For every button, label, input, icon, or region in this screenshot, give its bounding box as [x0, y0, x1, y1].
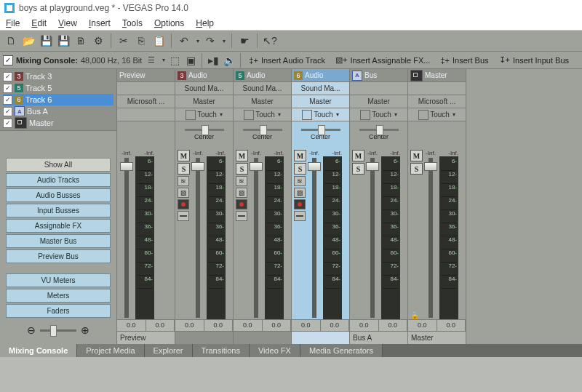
zoom-in-icon[interactable]: ⊕	[81, 324, 89, 336]
caret-icon[interactable]: ▾	[394, 111, 397, 118]
track-checkbox[interactable]	[3, 95, 12, 105]
route-cell[interactable]: Microsoft ...	[408, 95, 466, 108]
input-monitor-button[interactable]	[236, 211, 247, 221]
faders-button[interactable]: Faders	[6, 304, 111, 318]
fader-knob[interactable]	[191, 162, 204, 171]
zoom-thumb[interactable]	[50, 325, 57, 337]
preview-bus-button[interactable]: Preview Bus	[6, 249, 111, 263]
channel-header[interactable]: 6Audio	[292, 69, 349, 82]
channel-header[interactable]: 3Audio	[175, 69, 233, 82]
channel-header[interactable]: 5Audio	[234, 69, 291, 82]
phase-button[interactable]: ≋	[236, 176, 247, 186]
route-cell[interactable]: Microsoft ...	[117, 95, 175, 108]
pan-track[interactable]	[301, 129, 340, 131]
mute-button[interactable]: M	[178, 150, 190, 161]
redo-icon[interactable]: ↷	[204, 34, 217, 47]
fader-knob[interactable]	[250, 162, 263, 171]
fader-knob[interactable]	[424, 162, 437, 171]
route-cell[interactable]: Master	[234, 95, 291, 108]
mixing-console-checkbox[interactable]: ✓	[3, 55, 13, 65]
menu-file[interactable]: File	[0, 18, 25, 28]
menu-view[interactable]: View	[52, 18, 83, 28]
settings-icon[interactable]: ⚙	[92, 34, 105, 47]
route-cell[interactable]: Master	[292, 95, 349, 108]
track-list-row[interactable]: ABus A	[3, 105, 113, 117]
automation-mode[interactable]: Touch▾	[408, 108, 466, 121]
meters-button[interactable]: Meters	[6, 289, 111, 303]
menu-options[interactable]: Options	[148, 18, 190, 28]
tab-media-generators[interactable]: Media Generators	[300, 344, 383, 357]
open-icon[interactable]: 📂	[22, 34, 35, 47]
fx-button[interactable]: ▨	[236, 188, 247, 198]
track-list-row[interactable]: 5Track 5	[3, 82, 113, 94]
tab-project-media[interactable]: Project Media	[77, 344, 144, 357]
touch-icon[interactable]: ☛	[238, 34, 251, 47]
channel-header[interactable]: Preview	[117, 69, 175, 82]
automation-mode[interactable]: Touch▾	[292, 108, 349, 121]
zoom-out-icon[interactable]: ⊖	[27, 324, 36, 336]
pan-thumb[interactable]	[318, 125, 325, 135]
channel-footer[interactable]: Preview	[117, 331, 175, 344]
track-list-row[interactable]: 3Track 3	[3, 71, 113, 82]
solo-button[interactable]: S	[294, 163, 306, 175]
fx-button[interactable]: ▨	[178, 188, 189, 198]
track-checkbox[interactable]	[3, 84, 12, 93]
volume-fader[interactable]	[124, 158, 129, 318]
insert-assignable-fx-button[interactable]: ▧+ Insert Assignable FX...	[332, 54, 434, 67]
fx-cell[interactable]	[350, 82, 407, 95]
mute-button[interactable]: M	[410, 150, 423, 161]
redo-caret-icon[interactable]: ▾	[223, 38, 226, 44]
channel-footer[interactable]: Bus A	[350, 331, 407, 344]
mute-button[interactable]: M	[294, 150, 306, 161]
phase-button[interactable]: ≋	[294, 176, 306, 186]
menu-insert[interactable]: Insert	[83, 18, 116, 28]
caret-icon[interactable]: ▾	[453, 111, 455, 118]
insert-bus-button[interactable]: ‡+ Insert Bus	[436, 54, 492, 67]
volume-fader[interactable]	[312, 158, 316, 318]
show-all-button[interactable]: Show All	[6, 158, 111, 172]
menu-edit[interactable]: Edit	[25, 18, 52, 28]
automation-mode[interactable]: Touch▾	[234, 108, 291, 121]
vu-meters-button[interactable]: VU Meters	[6, 273, 111, 287]
fx-button[interactable]: ▨	[294, 188, 306, 198]
fx-cell[interactable]: Sound Ma...	[175, 82, 233, 95]
fx-cell[interactable]: Sound Ma...	[292, 82, 349, 95]
track-list-row[interactable]: Master	[3, 117, 113, 129]
pan-thumb[interactable]	[376, 125, 383, 135]
fader-knob[interactable]	[308, 162, 321, 171]
arm-record-button[interactable]	[178, 199, 189, 209]
pan-track[interactable]	[185, 129, 224, 131]
channel-footer[interactable]	[292, 331, 349, 344]
fx-cell[interactable]: Sound Ma...	[234, 82, 291, 95]
automation-mode[interactable]: Touch▾	[350, 108, 407, 121]
channel-footer[interactable]	[234, 331, 291, 344]
pan-slider[interactable]: Center	[350, 121, 407, 148]
properties-icon[interactable]: 🗎	[74, 34, 87, 47]
menu-help[interactable]: Help	[190, 18, 220, 28]
pan-track[interactable]	[243, 129, 282, 131]
pan-slider[interactable]: Center	[175, 121, 233, 148]
fx-cell[interactable]	[408, 82, 466, 95]
pan-slider[interactable]: Center	[234, 121, 291, 148]
volume-fader[interactable]	[196, 158, 200, 318]
save-all-icon[interactable]: 💾	[57, 34, 70, 47]
route-cell[interactable]: Master	[350, 95, 407, 108]
caret-icon[interactable]: ▾	[278, 111, 281, 118]
save-icon[interactable]: 💾	[39, 34, 52, 47]
input-busses-button[interactable]: Input Busses	[6, 204, 111, 217]
mute-button[interactable]: M	[352, 150, 364, 161]
pan-track[interactable]	[359, 129, 399, 131]
volume-fader[interactable]	[370, 158, 375, 318]
paste-icon[interactable]: 📋	[152, 34, 165, 47]
fader-knob[interactable]	[366, 162, 379, 171]
channel-header[interactable]: Master	[408, 69, 466, 82]
solo-button[interactable]: S	[236, 163, 248, 175]
channel-footer[interactable]	[175, 331, 233, 344]
tab-transitions[interactable]: Transitions	[193, 344, 250, 357]
pan-slider[interactable]: Center	[292, 121, 349, 148]
pan-thumb[interactable]	[202, 125, 209, 135]
undo-caret-icon[interactable]: ▾	[196, 38, 199, 44]
insert-audio-track-button[interactable]: ‡+ Insert Audio Track	[245, 54, 329, 67]
volume-fader[interactable]	[254, 158, 258, 318]
input-monitor-button[interactable]	[178, 211, 189, 221]
